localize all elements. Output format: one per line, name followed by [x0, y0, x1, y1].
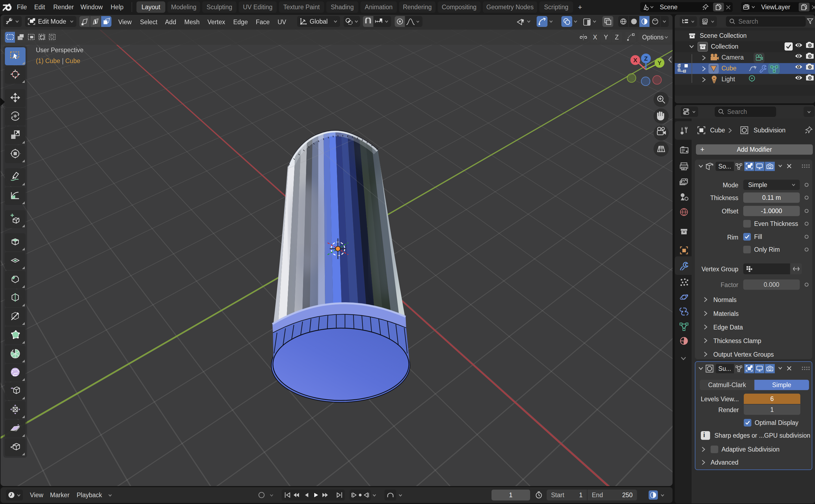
- svg-text:Z: Z: [644, 55, 648, 62]
- svg-text:Y: Y: [658, 60, 662, 66]
- svg-text:X: X: [633, 57, 637, 64]
- svg-text:User Perspective: User Perspective: [36, 46, 83, 54]
- svg-text:(1) Cube | Cube: (1) Cube | Cube: [36, 57, 80, 64]
